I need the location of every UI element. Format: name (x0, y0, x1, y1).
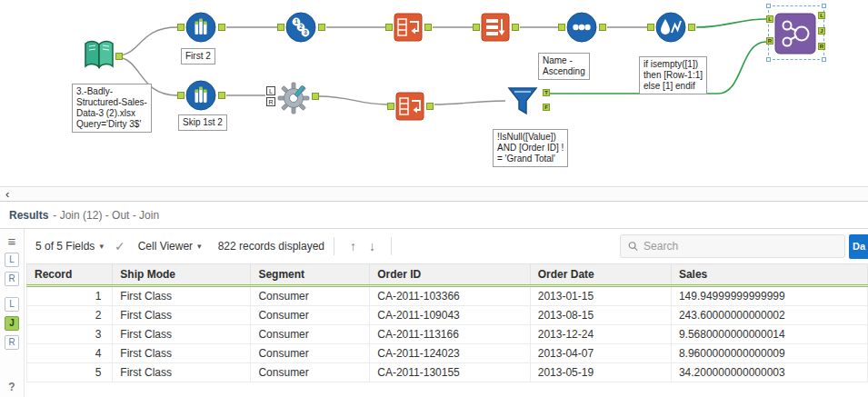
cell-record[interactable]: 1 (27, 286, 113, 306)
cell-order-id[interactable]: CA-2011-109043 (370, 306, 530, 325)
sample-first2-annotation[interactable]: First 2 (181, 48, 215, 65)
data-button[interactable]: Da (849, 234, 868, 259)
rail-output-left[interactable]: L (5, 297, 19, 312)
input-tool-annotation[interactable]: 3.-Badly- Structured-Sales- Data-3 (2).x… (72, 84, 152, 133)
filter-tool[interactable] (505, 85, 540, 122)
search-input[interactable] (644, 240, 837, 253)
apply-check-icon[interactable]: ✓ (115, 239, 125, 253)
search-box[interactable] (620, 234, 845, 258)
sort-output-anchor[interactable] (599, 24, 606, 31)
arrange-tool[interactable] (481, 13, 510, 45)
cell-viewer-dropdown[interactable]: Cell Viewer ▾ (138, 240, 202, 253)
multi-row-formula-output-anchor[interactable] (688, 24, 695, 31)
table-row[interactable]: 4 First Class Consumer CA-2011-124023 20… (27, 344, 868, 363)
join-input-left-anchor[interactable]: L (766, 15, 773, 23)
crosstab-tool-bottom[interactable] (395, 92, 424, 124)
record-id-input-anchor[interactable] (277, 24, 284, 31)
help-icon[interactable]: ? (8, 381, 15, 393)
record-id-output-anchor[interactable] (318, 24, 325, 31)
cell-ship-mode[interactable]: First Class (113, 286, 251, 306)
sort-input-anchor[interactable] (558, 24, 565, 31)
cell-ship-mode[interactable]: First Class (113, 344, 251, 363)
filter-false-anchor[interactable]: F (543, 104, 550, 111)
filter-annotation[interactable]: !IsNull([Value]) AND [Order ID] ! = 'Gra… (493, 129, 568, 167)
sample-skip-input-anchor[interactable] (177, 92, 185, 99)
cell-ship-mode[interactable]: First Class (113, 325, 251, 344)
sample-tool-skip1st2[interactable] (185, 80, 216, 114)
cell-segment[interactable]: Consumer (251, 286, 370, 306)
column-header-ship-mode[interactable]: Ship Mode (113, 264, 251, 286)
cell-sales[interactable]: 9.5680000000000014 (671, 325, 867, 344)
arrange-input-anchor[interactable] (473, 24, 480, 31)
cell-record[interactable]: 5 (27, 363, 113, 382)
scroll-left-icon[interactable]: ‹ (0, 187, 15, 201)
cell-sales[interactable]: 243.60000000000002 (671, 306, 867, 325)
input-output-anchor[interactable] (115, 53, 123, 60)
table-row[interactable]: 5 First Class Consumer CA-2011-130155 20… (27, 363, 868, 382)
rail-input-left[interactable]: L (5, 253, 19, 267)
cell-sales[interactable]: 149.94999999999999 (671, 286, 867, 306)
cell-sales[interactable]: 8.9600000000000009 (671, 344, 867, 363)
crosstab-tool-top[interactable] (394, 13, 423, 45)
cell-order-id[interactable]: CA-2011-130155 (370, 363, 530, 382)
join-output-right-anchor[interactable]: R (818, 43, 825, 50)
dynamic-rename-tool[interactable] (277, 82, 310, 118)
sample-tool-first2[interactable] (185, 12, 216, 46)
column-header-order-id[interactable]: Order ID (370, 264, 530, 286)
crosstab-bottom-output-anchor[interactable] (426, 103, 434, 110)
sample-skip-output-anchor[interactable] (218, 92, 225, 99)
sample-first2-input-anchor[interactable] (177, 24, 185, 31)
crosstab-top-input-anchor[interactable] (385, 24, 393, 31)
workflow-canvas[interactable]: 1 2 3 (0, 0, 868, 186)
multi-row-formula-tool[interactable] (655, 12, 686, 46)
cell-ship-mode[interactable]: First Class (113, 306, 251, 325)
multi-row-formula-annotation[interactable]: if isempty([1]) then [Row-1:1] else [1] … (639, 56, 707, 94)
rail-input-right[interactable]: R (5, 272, 19, 286)
fields-dropdown[interactable]: 5 of 5 Fields ▾ (35, 240, 104, 253)
cell-segment[interactable]: Consumer (251, 306, 370, 325)
table-row[interactable]: 1 First Class Consumer CA-2011-103366 20… (27, 286, 868, 306)
sort-annotation[interactable]: Name - Ascending (538, 53, 590, 80)
cell-segment[interactable]: Consumer (251, 344, 370, 363)
cell-order-id[interactable]: CA-2011-113166 (370, 325, 530, 344)
cell-segment[interactable]: Consumer (251, 325, 370, 344)
cell-order-id[interactable]: CA-2011-103366 (370, 286, 530, 306)
canvas-scrollbar[interactable]: ‹ (0, 186, 868, 202)
join-output-left-anchor[interactable]: L (818, 12, 825, 19)
arrange-output-anchor[interactable] (512, 24, 519, 31)
cell-record[interactable]: 4 (27, 344, 113, 363)
column-header-order-date[interactable]: Order Date (530, 264, 671, 286)
table-row[interactable]: 2 First Class Consumer CA-2011-109043 20… (27, 306, 868, 325)
sample-skip-annotation[interactable]: Skip 1st 2 (178, 114, 227, 131)
cell-order-date[interactable]: 2013-12-24 (530, 325, 671, 344)
cell-order-date[interactable]: 2013-01-15 (530, 286, 671, 306)
cell-order-date[interactable]: 2013-04-07 (530, 344, 671, 363)
scroll-up-button[interactable]: ↑ (344, 239, 363, 253)
column-header-record[interactable]: Record (27, 264, 113, 286)
input-data-tool[interactable] (82, 38, 116, 78)
record-id-tool[interactable]: 1 2 3 (285, 12, 316, 46)
cell-order-date[interactable]: 2013-05-19 (530, 363, 671, 382)
rename-output-anchor[interactable] (312, 93, 319, 100)
cell-sales[interactable]: 34.200000000000003 (671, 363, 867, 382)
metadata-menu-icon[interactable]: ≡ (8, 234, 16, 248)
column-header-segment[interactable]: Segment (251, 264, 370, 286)
crosstab-top-output-anchor[interactable] (424, 24, 432, 31)
cell-record[interactable]: 3 (27, 325, 113, 344)
multi-row-formula-input-anchor[interactable] (647, 24, 654, 31)
rail-output-join[interactable]: J (5, 316, 19, 331)
cell-ship-mode[interactable]: First Class (113, 363, 251, 382)
sort-tool[interactable] (566, 12, 597, 46)
scroll-down-button[interactable]: ↓ (363, 239, 382, 253)
rail-output-right[interactable]: R (5, 335, 19, 350)
column-header-sales[interactable]: Sales (671, 264, 867, 286)
join-output-join-anchor[interactable]: J (818, 27, 825, 35)
join-input-right-anchor[interactable]: R (766, 37, 773, 45)
cell-segment[interactable]: Consumer (251, 363, 370, 382)
cell-order-date[interactable]: 2013-08-15 (530, 306, 671, 325)
sample-first2-output-anchor[interactable] (218, 24, 225, 31)
cell-record[interactable]: 2 (27, 306, 113, 325)
filter-true-anchor[interactable]: T (543, 89, 550, 96)
cell-order-id[interactable]: CA-2011-124023 (370, 344, 530, 363)
table-row[interactable]: 3 First Class Consumer CA-2011-113166 20… (27, 325, 868, 344)
